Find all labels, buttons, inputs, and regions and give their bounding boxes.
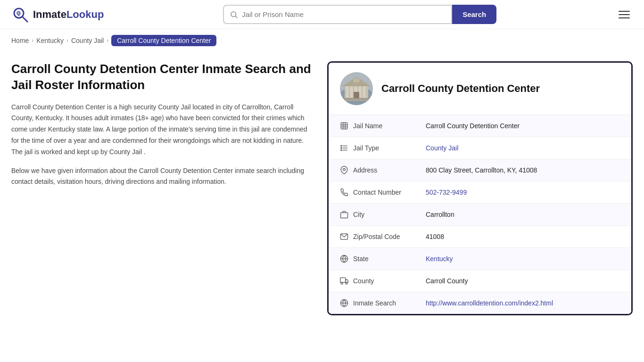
card-header: Carroll County Detention Center [329,63,631,115]
main-content: Carroll County Detention Center Inmate S… [0,52,644,325]
row-label: Zip/Postal Code [350,233,426,240]
info-row: Inmate Searchhttp://www.carrolldetention… [329,292,631,314]
hamburger-line [619,14,630,15]
row-label: Jail Type [350,144,426,152]
svg-rect-16 [344,98,369,99]
search-globe-icon [338,299,350,307]
row-label: Address [350,166,426,174]
row-value: Carrollton [426,211,622,218]
row-link[interactable]: http://www.carrolldetention.com/index2.h… [426,299,553,307]
left-column: Carroll County Detention Center Inmate S… [11,61,313,315]
hamburger-menu[interactable] [616,8,633,21]
search-wrapper [223,5,452,24]
chevron-icon: › [66,37,68,44]
page-title: Carroll County Detention Center Inmate S… [11,61,313,93]
description-2: Below we have given information about th… [11,165,313,188]
svg-point-37 [341,282,343,284]
svg-point-28 [341,148,342,148]
row-value: 800 Clay Street, Carrollton, KY, 41008 [426,166,622,174]
mail-icon [338,232,350,241]
facility-avatar [340,72,373,105]
pin-icon [338,166,350,174]
svg-point-4 [231,12,236,17]
info-table: Jail NameCarroll County Detention Center… [329,115,631,314]
info-card: Carroll County Detention Center Jail Nam… [327,61,633,315]
svg-point-18 [353,78,360,83]
svg-rect-31 [341,213,348,218]
breadcrumb-current: Carroll County Detention Center [111,35,216,46]
chevron-icon: › [107,37,108,44]
info-row: Jail NameCarroll County Detention Center [329,115,631,137]
city-icon [338,210,350,219]
svg-rect-36 [340,278,346,282]
row-value[interactable]: http://www.carrolldetention.com/index2.h… [426,299,622,307]
jail-icon [338,122,350,130]
search-icon [230,10,238,19]
card-facility-title: Carroll County Detention Center [381,82,540,95]
hamburger-line [619,17,630,18]
search-area: Search [223,5,496,24]
globe-icon [338,255,350,263]
svg-text:Q: Q [17,11,20,16]
row-value[interactable]: County Jail [426,144,622,152]
row-value: Carroll County Detention Center [426,122,622,130]
svg-line-1 [22,16,27,22]
logo-text: InmateLookup [33,8,104,21]
row-label: Contact Number [350,189,426,196]
svg-point-38 [346,282,347,284]
facility-image [340,72,373,105]
svg-line-5 [236,16,238,18]
svg-rect-17 [342,99,371,101]
row-label: State [350,255,426,263]
info-row: Contact Number502-732-9499 [329,181,631,204]
svg-point-30 [343,168,346,171]
breadcrumb-home[interactable]: Home [11,37,29,44]
row-link[interactable]: Kentucky [426,255,453,263]
list-icon [338,144,350,152]
county-icon [338,277,350,285]
phone-icon [338,188,350,197]
svg-point-29 [341,149,342,150]
info-row: CountyCarroll County [329,270,631,292]
breadcrumb-type[interactable]: County Jail [71,37,104,44]
svg-rect-9 [346,86,348,98]
row-value[interactable]: 502-732-9499 [426,189,622,196]
info-row: Jail TypeCounty Jail [329,137,631,159]
svg-rect-19 [341,123,347,129]
row-link[interactable]: County Jail [426,144,458,152]
row-label: Inmate Search [350,299,426,307]
row-label: Jail Name [350,122,426,130]
info-row: Zip/Postal Code41008 [329,226,631,248]
info-row: CityCarrollton [329,204,631,226]
site-header: Q InmateLookup Search [0,0,644,29]
row-label: County [350,277,426,285]
row-label: City [350,211,426,218]
row-value[interactable]: Kentucky [426,255,622,263]
svg-rect-10 [350,86,353,98]
chevron-icon: › [32,37,33,44]
description-1: Carroll County Detention Center is a hig… [11,102,313,158]
row-value: Carroll County [426,277,622,285]
breadcrumb: Home › Kentucky › County Jail › Carroll … [0,29,644,52]
svg-rect-15 [354,92,359,99]
right-column: Carroll County Detention Center Jail Nam… [327,61,633,315]
row-link[interactable]: 502-732-9499 [426,189,467,196]
logo[interactable]: Q InmateLookup [11,6,104,24]
svg-rect-13 [363,86,365,98]
svg-point-27 [341,145,342,146]
info-row: StateKentucky [329,248,631,270]
info-row: Address800 Clay Street, Carrollton, KY, … [329,159,631,181]
breadcrumb-state[interactable]: Kentucky [36,37,64,44]
search-input[interactable] [242,6,446,23]
hamburger-line [619,11,630,12]
row-value: 41008 [426,233,622,240]
search-button[interactable]: Search [452,5,496,24]
logo-icon: Q [11,6,29,24]
